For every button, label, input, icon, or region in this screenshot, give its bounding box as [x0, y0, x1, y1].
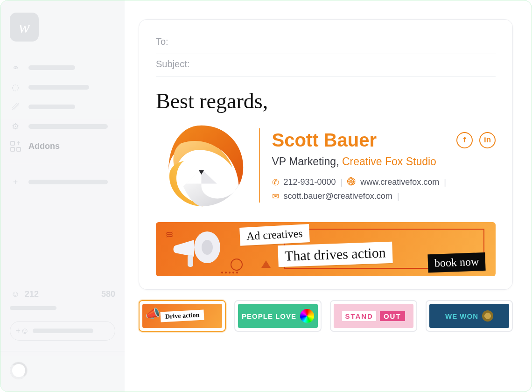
add-user-icon: +☺	[17, 325, 28, 336]
signature-title: VP Marketing, Creative Fox Studio	[272, 155, 496, 168]
banner-thumbnails: 📣 Drive action PEOPLE LOVE STAND OUT WE …	[139, 300, 513, 332]
globe-icon: 🌐︎	[347, 177, 356, 187]
signature-block: Scott Bauer f in VP Marketing, Creative …	[156, 120, 496, 211]
sidebar-stats: ☺ 212 580	[10, 288, 115, 300]
current-user-avatar[interactable]	[10, 362, 28, 379]
thumb-drive-action[interactable]: 📣 Drive action	[139, 300, 226, 332]
nav-item-analytics[interactable]: ␥	[10, 99, 115, 114]
bars-icon: ␥	[10, 101, 21, 112]
color-wheel-icon	[300, 309, 314, 323]
banner-line1: Ad creatives	[239, 224, 309, 246]
nav-item-addons[interactable]: + Addons	[10, 139, 115, 154]
megaphone-icon	[167, 226, 223, 273]
mail-icon: ✉	[272, 191, 279, 202]
thumb-stand-out[interactable]: STAND OUT	[330, 300, 417, 332]
signature-contacts: ✆ 212-931-0000 | 🌐︎ www.creativefox.com …	[272, 177, 496, 202]
email-chip[interactable]: ✉ scott.bauer@creativefox.com	[272, 191, 392, 202]
to-field[interactable]: To:	[156, 32, 496, 54]
thumb-we-won[interactable]: WE WON	[426, 300, 513, 332]
plus-icon: +	[10, 176, 21, 188]
addons-icon: +	[10, 140, 21, 152]
svg-rect-2	[188, 255, 193, 267]
sidebar: w ⚭ ◌ ␥ ⚙ + Addons + ☺	[0, 0, 125, 392]
medal-icon	[482, 310, 493, 322]
email-preview-card: To: Subject: Best regards,	[139, 19, 513, 290]
website-chip[interactable]: 🌐︎ www.creativefox.com	[347, 177, 439, 188]
people-icon: ⚭	[10, 62, 21, 73]
facebook-icon[interactable]: f	[456, 132, 473, 148]
phone-chip[interactable]: ✆ 212-931-0000	[272, 177, 336, 188]
gear-icon: ⚙	[10, 121, 21, 132]
svg-point-1	[202, 240, 213, 255]
add-member-pill[interactable]: +☺	[10, 321, 115, 341]
nav-item-design[interactable]: ◌	[10, 80, 115, 95]
phone-icon: ✆	[272, 177, 279, 188]
signoff-text: Best regards,	[156, 89, 496, 113]
vertical-divider	[259, 128, 260, 203]
signature-company: Creative Fox Studio	[342, 155, 436, 168]
subject-field[interactable]: Subject:	[156, 54, 496, 77]
nav-item-team[interactable]: ⚭	[10, 60, 115, 75]
circle-decor-icon	[231, 259, 243, 271]
thumb-people-love[interactable]: PEOPLE LOVE	[234, 300, 322, 332]
company-logo	[156, 120, 247, 211]
droplet-icon: ◌	[10, 82, 21, 93]
user-icon: ☺	[10, 288, 21, 300]
banner-line2: That drives action	[278, 242, 392, 267]
promo-banner[interactable]: ≋ Ad creatives That drives action book n…	[156, 222, 496, 276]
triangle-decor-icon	[261, 260, 271, 268]
nav-item-new[interactable]: +	[10, 175, 115, 189]
app-logo[interactable]: w	[10, 13, 39, 42]
linkedin-icon[interactable]: in	[479, 132, 496, 148]
banner-cta[interactable]: book now	[427, 252, 486, 273]
nav-label-addons: Addons	[28, 141, 60, 151]
main-area: To: Subject: Best regards,	[125, 0, 532, 392]
nav-item-settings[interactable]: ⚙	[10, 119, 115, 134]
megaphone-mini-icon: 📣	[145, 307, 160, 321]
signature-name: Scott Bauer	[272, 130, 450, 151]
